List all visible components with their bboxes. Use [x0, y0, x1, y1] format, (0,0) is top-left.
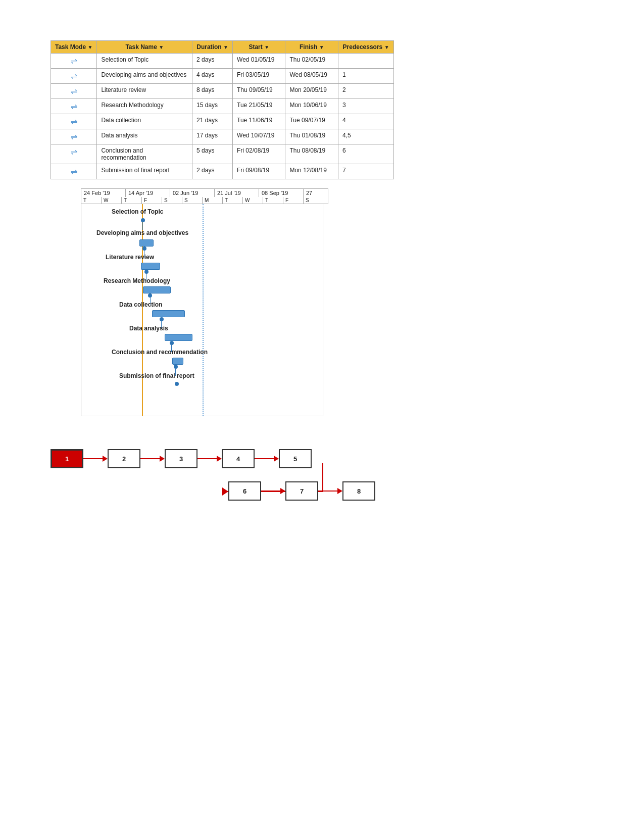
header-duration[interactable]: Duration ▼ — [192, 41, 233, 54]
header-predecessors[interactable]: Predecessors ▼ — [338, 41, 394, 54]
table-row: ⇌ Selection of Topic 2 days Wed 01/05/19… — [51, 54, 394, 69]
header-task-mode[interactable]: Task Mode ▼ — [51, 41, 97, 54]
network-diagram: 1 2 3 4 5 6 7 — [51, 444, 593, 515]
net-arrow-4-5 — [255, 456, 279, 462]
task-finish-cell: Mon 10/06/19 — [285, 99, 338, 114]
task-name-cell: Selection of Topic — [97, 54, 192, 69]
day-col: T — [122, 197, 142, 204]
table-row: ⇌ Research Methodology 15 days Tue 21/05… — [51, 99, 394, 114]
task-mode-cell: ⇌ — [51, 164, 97, 179]
task-duration-cell: 15 days — [192, 99, 233, 114]
task-finish-cell: Thu 01/08/19 — [285, 129, 338, 144]
dotted-line — [203, 204, 204, 416]
day-col: F — [283, 197, 304, 204]
task-name-cell: Submission of final report — [97, 164, 192, 179]
gantt-connector-dot-7 — [174, 365, 178, 369]
task-pred-cell: 4,5 — [338, 129, 394, 144]
gantt-header-cell: 14 Apr '19 — [126, 189, 170, 197]
gantt-header-cell: 21 Jul '19 — [215, 189, 259, 197]
net-box-8: 8 — [342, 481, 375, 501]
task-mode-cell: ⇌ — [51, 69, 97, 84]
table-row: ⇌ Data collection 21 days Tue 11/06/19 T… — [51, 114, 394, 129]
task-mode-cell: ⇌ — [51, 54, 97, 69]
task-mode-cell: ⇌ — [51, 99, 97, 114]
gantt-bar-7 — [172, 358, 183, 365]
network-row2: 6 7 8 — [228, 481, 375, 501]
day-col: T — [263, 197, 283, 204]
task-duration-cell: 5 days — [192, 144, 233, 164]
task-name-cell: Research Methodology — [97, 99, 192, 114]
table-row: ⇌ Conclusion and recommendation 5 days F… — [51, 144, 394, 164]
gantt-label-1: Selection of Topic — [112, 208, 163, 215]
gantt-header-cell: 27 — [304, 189, 324, 197]
net-box-1: 1 — [51, 449, 83, 468]
gantt-bar-6 — [165, 334, 192, 341]
gantt-table: Task Mode ▼ Task Name ▼ Duration ▼ Start… — [51, 40, 394, 179]
header-finish[interactable]: Finish ▼ — [285, 41, 338, 54]
task-start-cell: Wed 01/05/19 — [233, 54, 285, 69]
task-mode-cell: ⇌ — [51, 129, 97, 144]
gantt-bar-5 — [152, 310, 185, 317]
net-box-5: 5 — [279, 449, 312, 468]
gantt-bar-2 — [139, 239, 154, 247]
task-finish-cell: Thu 02/05/19 — [285, 54, 338, 69]
gantt-connector-dot-2 — [142, 247, 146, 251]
task-pred-cell: 2 — [338, 84, 394, 99]
task-finish-cell: Mon 12/08/19 — [285, 164, 338, 179]
day-col: T — [81, 197, 102, 204]
day-col: S — [304, 197, 324, 204]
header-start[interactable]: Start ▼ — [233, 41, 285, 54]
task-pred-cell: 6 — [338, 144, 394, 164]
gantt-body: Selection of Topic Developing aims and o… — [81, 204, 323, 416]
gantt-connector-dot-6 — [170, 341, 174, 345]
task-finish-cell: Thu 08/08/19 — [285, 144, 338, 164]
task-name-cell: Literature review — [97, 84, 192, 99]
task-duration-cell: 21 days — [192, 114, 233, 129]
task-duration-cell: 4 days — [192, 69, 233, 84]
net-arrow-2-3 — [140, 456, 165, 462]
gantt-bar-3 — [141, 263, 160, 270]
net-arrow-1-2 — [83, 456, 108, 462]
task-mode-cell: ⇌ — [51, 144, 97, 164]
table-row: ⇌ Data analysis 17 days Wed 10/07/19 Thu… — [51, 129, 394, 144]
net-arrow-7-8 — [318, 488, 342, 494]
table-row: ⇌ Submission of final report 2 days Fri … — [51, 164, 394, 179]
net-box-3: 3 — [165, 449, 197, 468]
gantt-label-4: Research Methodology — [104, 277, 170, 284]
net-arrow-6-7 — [261, 488, 285, 494]
gantt-label-8: Submission of final report — [119, 372, 194, 379]
task-name-cell: Developing aims and objectives — [97, 69, 192, 84]
task-pred-cell: 4 — [338, 114, 394, 129]
net-box-7: 7 — [285, 481, 318, 501]
task-pred-cell: 7 — [338, 164, 394, 179]
task-pred-cell: 3 — [338, 99, 394, 114]
header-task-name[interactable]: Task Name ▼ — [97, 41, 192, 54]
task-name-cell: Data analysis — [97, 129, 192, 144]
task-name-cell: Data collection — [97, 114, 192, 129]
task-start-cell: Wed 10/07/19 — [233, 129, 285, 144]
gantt-chart-section: 24 Feb '19 14 Apr '19 02 Jun '19 21 Jul … — [81, 188, 593, 416]
day-col: T — [223, 197, 243, 204]
task-start-cell: Thu 09/05/19 — [233, 84, 285, 99]
task-mode-cell: ⇌ — [51, 114, 97, 129]
gantt-header-cell: 08 Sep '19 — [259, 189, 304, 197]
table-row: ⇌ Developing aims and objectives 4 days … — [51, 69, 394, 84]
gantt-header-row1: 24 Feb '19 14 Apr '19 02 Jun '19 21 Jul … — [81, 188, 328, 197]
gantt-label-6: Data analysis — [129, 325, 168, 332]
gantt-label-5: Data collection — [119, 301, 162, 308]
task-duration-cell: 17 days — [192, 129, 233, 144]
gantt-label-3: Literature review — [106, 254, 154, 261]
net-bend-arrow — [222, 487, 228, 496]
day-col: S — [162, 197, 182, 204]
network-row1: 1 2 3 4 5 — [51, 449, 312, 468]
task-start-cell: Fri 09/08/19 — [233, 164, 285, 179]
gantt-connector-dot-5 — [160, 317, 164, 321]
net-box-4: 4 — [222, 449, 255, 468]
task-finish-cell: Wed 08/05/19 — [285, 69, 338, 84]
task-start-cell: Fri 02/08/19 — [233, 144, 285, 164]
gantt-header-row2: T W T F S S M T W T F S — [81, 197, 328, 204]
day-col: F — [142, 197, 162, 204]
task-duration-cell: 2 days — [192, 164, 233, 179]
gantt-connector-dot-3 — [144, 270, 148, 274]
task-duration-cell: 2 days — [192, 54, 233, 69]
